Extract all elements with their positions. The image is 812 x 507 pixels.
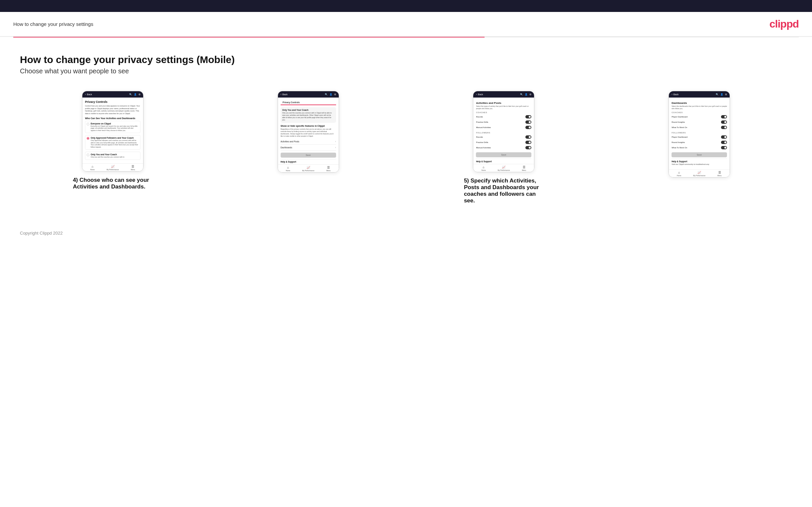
help-support-label-4: Help & Support [671,159,727,163]
screen1-description: Control how you and your data appears to… [85,105,141,115]
mockup-col-2: ‹ Back 🔍 👤 ⚙ Privacy Controls Onl [215,91,401,173]
help-desc-4: Visit our Clippd community to troublesho… [671,163,727,166]
page-subheading: Choose what you want people to see [20,67,792,75]
coaches-drills-toggle[interactable] [525,120,531,124]
option-coach-only-desc: Only you and the coaches you connect wit… [91,156,124,158]
activities-posts-desc: Select the types of activity that you'd … [476,105,531,110]
option-followers[interactable]: Only Approved Followers and Your Coach O… [85,135,141,150]
screen3-bottom-nav: ⌂ Home 📈 My Performance ☰ Menu [473,164,534,172]
option-everyone-title: Everyone on Clippd [91,122,139,125]
search-icon: 🔍 [129,93,132,96]
home-icon: ⌂ [92,165,93,168]
coaches-drills-row: Practice Drills [476,119,531,125]
mockup-col-4: ‹ Back 🔍 👤 ⚙ Dashboards Select the dashb… [606,91,792,177]
coaches-what-to-work-toggle[interactable] [721,126,727,129]
nav-performance[interactable]: 📈 My Performance [103,165,123,171]
nav-menu[interactable]: ☰ Menu [123,165,143,171]
nav2-home[interactable]: ⌂ Home [278,166,298,172]
page-heading: How to change your privacy settings (Mob… [20,54,792,65]
help-support-label-2: Help & Support [281,159,336,163]
option-followers-desc: Only approved followers and coaches you … [91,139,139,148]
screen4-bottom-nav: ⌂ Home 📈 My Performance ☰ Menu [669,169,730,177]
followers-what-to-work-toggle[interactable] [721,146,727,149]
option-coach-only[interactable]: Only You and Your Coach Only you and the… [85,152,141,160]
show-hide-desc: Regardless of the privacy controls that … [281,128,336,137]
chart-icon-3: 📈 [502,166,505,169]
callout-text: Only you and the coaches you connect wit… [282,112,335,121]
copyright: Copyright Clippd 2022 [20,231,63,236]
save-button-3[interactable]: Save [476,152,531,157]
followers-drills-row: Practice Drills [476,140,531,145]
option-everyone[interactable]: Everyone on Clippd Everyone on Clippd ca… [85,121,141,133]
home-icon-4: ⌂ [678,171,680,174]
screen1-nav: ‹ Back 🔍 👤 ⚙ [82,91,143,98]
nav2-menu[interactable]: ☰ Menu [318,166,339,172]
footer: Copyright Clippd 2022 [0,224,812,242]
save-button-2[interactable]: Save [281,153,336,158]
save-button-4[interactable]: Save [671,152,727,157]
radio-coach-only[interactable] [87,154,89,156]
profile-icon-4: 👤 [720,93,723,96]
nav-home[interactable]: ⌂ Home [82,165,103,171]
screen2-body: Privacy Controls Only You and Your Coach… [278,98,339,164]
dashboards-desc: Select the dashboards that you'd like to… [671,105,727,110]
show-hide-label: Show or hide specific features in Clippd [281,125,336,127]
menu-icon-4: ☰ [718,171,721,174]
profile-icon-2: 👤 [329,93,333,96]
followers-manual-toggle[interactable] [525,146,531,149]
followers-drills-toggle[interactable] [525,141,531,144]
coaches-manual-toggle[interactable] [525,126,531,129]
followers-rounds-toggle[interactable] [525,135,531,139]
profile-icon: 👤 [134,93,137,96]
nav4-home[interactable]: ⌂ Home [669,171,689,176]
caption-1: 4) Choose who can see your Activities an… [73,177,152,190]
back-arrow-icon-3: ‹ [476,93,477,96]
nav4-performance[interactable]: 📈 My Performance [689,171,709,176]
coaches-what-to-work-row: What To Work On [671,125,727,130]
followers-group-label: FOLLOWERS [476,132,531,134]
home-icon-3: ⌂ [483,166,484,169]
option-followers-title: Only Approved Followers and Your Coach [91,137,139,139]
caption-3: 5) Specify which Activities, Posts and D… [464,177,544,204]
coaches-round-insights-row: Round Insights [671,119,727,125]
settings-icon: ⚙ [139,93,141,96]
menu-icon-3: ☰ [523,166,525,169]
followers-player-dashboard-toggle[interactable] [721,135,727,139]
coaches-rounds-toggle[interactable] [525,115,531,118]
menu-icon-2: ☰ [327,166,330,169]
nav3-home[interactable]: ⌂ Home [473,166,494,171]
settings-icon-2: ⚙ [334,93,336,96]
back-arrow-icon-2: ‹ [281,93,282,96]
followers-group-label-4: FOLLOWERS [671,132,727,134]
caption3-text: 5) Specify which Activities, Posts and D… [464,177,544,204]
help-support-label-3: Help & Support [476,159,531,163]
callout-title: Only You and Your Coach [282,109,335,111]
nav3-performance[interactable]: 📈 My Performance [494,166,514,171]
nav3-menu[interactable]: ☰ Menu [514,166,534,171]
radio-everyone[interactable] [87,123,89,125]
main-content: How to change your privacy settings (Mob… [0,38,812,224]
chevron-right-icon-2: › [335,146,336,149]
followers-what-to-work-row: What To Work On [671,145,727,150]
settings-icon-4: ⚙ [725,93,727,96]
coaches-round-insights-toggle[interactable] [721,120,727,124]
nav2-performance[interactable]: 📈 My Performance [298,166,318,172]
screen1-back-label: Back [87,93,92,96]
screen4-body: Dashboards Select the dashboards that yo… [669,98,730,169]
search-icon-3: 🔍 [520,93,523,96]
coaches-group-label: COACHES [476,111,531,113]
nav4-menu[interactable]: ☰ Menu [709,171,730,176]
screen1-who-label: Who Can See Your Activities and Dashboar… [85,117,141,119]
activities-posts-item[interactable]: Activities and Posts › [281,139,336,145]
header-title: How to change your privacy settings [13,21,93,27]
followers-round-insights-row: Round Insights [671,140,727,145]
screen-4: ‹ Back 🔍 👤 ⚙ Dashboards Select the dashb… [668,91,730,177]
dashboards-item[interactable]: Dashboards › [281,145,336,151]
screen1-section-title: Privacy Controls [85,100,141,104]
radio-followers[interactable] [87,137,89,140]
screen3-body: Activities and Posts Select the types of… [473,98,534,164]
coaches-player-dashboard-toggle[interactable] [721,115,727,118]
screen4-back-label: Back [673,93,679,96]
privacy-controls-tab[interactable]: Privacy Controls [281,100,302,105]
followers-round-insights-toggle[interactable] [721,141,727,144]
